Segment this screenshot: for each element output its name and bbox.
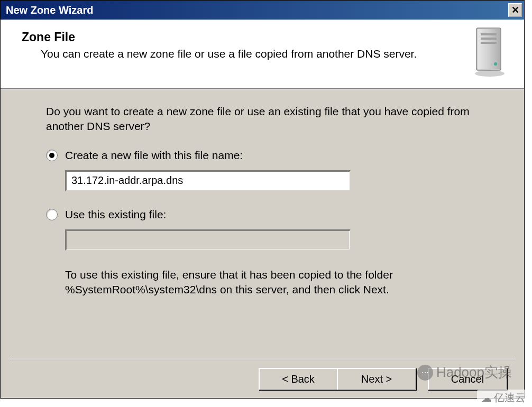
radio-option-create-new[interactable]: Create a new file with this file name: [46,149,492,162]
button-panel: < Back Next > Cancel [1,360,524,398]
back-button[interactable]: < Back [259,368,338,390]
radio-label-existing: Use this existing file: [65,208,166,221]
svg-point-5 [494,62,497,66]
server-icon [470,26,509,79]
cancel-button[interactable]: Cancel [428,368,507,390]
svg-point-6 [475,70,505,77]
titlebar: New Zone Wizard ✕ [1,1,524,20]
radio-indicator-unselected [46,209,58,220]
wizard-window: New Zone Wizard ✕ Zone File You can crea… [0,0,525,399]
window-title: New Zone Wizard [3,4,93,16]
content-panel: Do you want to create a new zone file or… [1,89,524,359]
close-button[interactable]: ✕ [508,3,522,17]
header-text-block: Zone File You can create a new zone file… [22,30,470,60]
page-title: Zone File [22,30,470,44]
note-text: To use this existing file, ensure that i… [65,267,492,298]
new-filename-input[interactable] [65,170,351,191]
radio-label-create-new: Create a new file with this file name: [65,149,243,162]
svg-rect-4 [481,42,497,44]
existing-filename-input [65,229,351,251]
page-subtitle: You can create a new zone file or use a … [41,48,470,60]
next-button[interactable]: Next > [337,368,416,390]
close-icon: ✕ [511,4,519,16]
svg-rect-2 [481,33,497,35]
radio-indicator-selected [46,150,58,161]
header-panel: Zone File You can create a new zone file… [1,20,524,89]
radio-option-existing[interactable]: Use this existing file: [46,208,492,221]
svg-rect-3 [481,38,497,40]
question-text: Do you want to create a new zone file or… [46,104,492,134]
